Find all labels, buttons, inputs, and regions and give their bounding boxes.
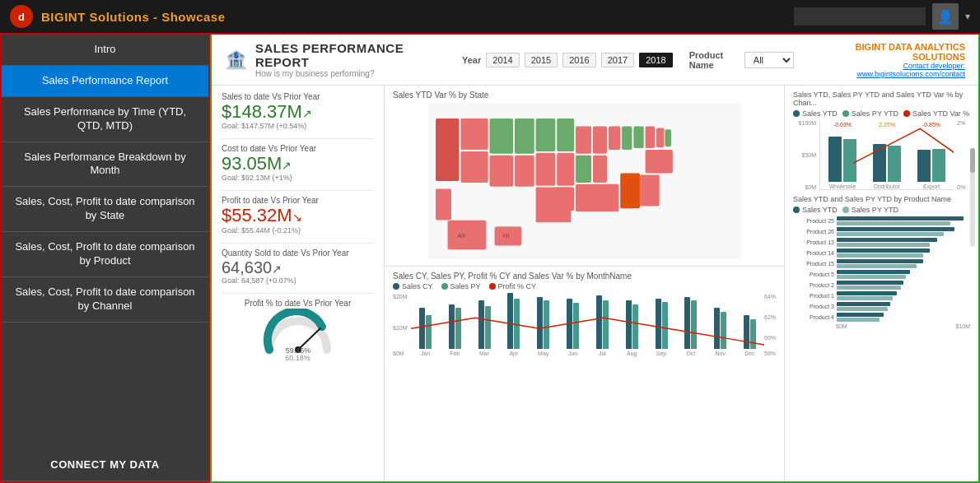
product-name-select[interactable]: All: [744, 52, 794, 68]
sidebar-item-intro[interactable]: Intro: [2, 35, 208, 66]
product-legend-py: Sales PY YTD: [842, 206, 898, 214]
product-bar-area-4: [837, 259, 970, 268]
profit-cy-dot: [489, 283, 496, 290]
product-bar-area-6: [837, 281, 970, 290]
month-group-sep: Sep: [647, 290, 676, 356]
avatar[interactable]: 👤: [932, 3, 959, 30]
month-label-dec: Dec: [744, 351, 754, 356]
svg-rect-22: [620, 174, 640, 209]
py-bar-11: [750, 319, 756, 349]
year-btn-2015[interactable]: 2015: [525, 53, 558, 67]
channel-bars-inner: -0.03%Wholesale2.25%Distributor-0.85%Exp…: [819, 120, 954, 190]
gauge-pct-label: 60.18%: [285, 354, 310, 362]
product-filter: Product Name All: [689, 50, 794, 70]
sidebar-item-time[interactable]: Sales Performance by Time (YTD, QTD, MTD…: [2, 97, 208, 142]
month-label-nov: Nov: [715, 351, 725, 356]
year-btn-2016[interactable]: 2016: [562, 53, 595, 67]
header-search-input[interactable]: [794, 7, 926, 26]
svg-rect-17: [593, 127, 607, 154]
cy-bar-4: [537, 297, 543, 349]
monthly-section-title: Sales CY, Sales PY, Profit % CY and Sale…: [393, 272, 776, 281]
prod-py-bar-1: [837, 232, 944, 236]
prod-py-bar-7: [837, 296, 893, 300]
kpi-sales-value: $148.37M↗: [222, 102, 374, 122]
year-btn-2018[interactable]: 2018: [639, 53, 672, 67]
cy-bar-2: [478, 300, 484, 349]
product-row-1: Product 26: [793, 227, 970, 236]
svg-rect-12: [536, 118, 556, 151]
prod-py-bar-3: [837, 253, 923, 258]
sales-cy-dot: [393, 283, 399, 290]
product-bar-area-5: [837, 270, 970, 279]
prod-ytd-bar-0: [837, 216, 964, 221]
kpi-cost-goal: Goal: $92.13M (+1%): [222, 174, 374, 182]
product-name-3: Product 14: [793, 250, 834, 256]
prod-ytd-bar-6: [837, 281, 903, 285]
monthly-bar-chart: $20M $10M $0M 64% 62% 60% 58% JanFebMarA…: [393, 294, 776, 368]
scrollbar-thumb[interactable]: [970, 148, 975, 173]
kpi-sales-goal: Goal: $147.57M (+0.54%): [222, 122, 374, 130]
svg-rect-10: [490, 156, 514, 187]
ch-ytd-2: [917, 150, 931, 182]
sidebar-item-breakdown[interactable]: Sales Performance Breakdown by Month: [2, 142, 208, 188]
cy-bar-1: [449, 304, 455, 349]
map-section: Sales YTD Var % by State: [385, 86, 784, 267]
chevron-down-icon[interactable]: ▾: [965, 11, 970, 22]
month-group-dec: Dec: [735, 290, 764, 356]
svg-rect-11: [515, 156, 534, 187]
product-name-0: Product 25: [793, 218, 834, 224]
sales-py-dot: [441, 283, 448, 290]
prod-ytd-dot: [793, 207, 800, 213]
ytd-dot: [793, 110, 800, 117]
month-group-may: May: [529, 290, 558, 356]
brand-name: BIGINT DATA ANALYTICS SOLUTIONS: [810, 42, 965, 62]
svg-rect-25: [633, 127, 643, 149]
product-row-6: Product 2: [793, 281, 970, 290]
scrollbar-track[interactable]: [970, 148, 975, 247]
svg-rect-19: [593, 156, 607, 183]
svg-rect-18: [576, 156, 591, 183]
svg-text:59.46%: 59.46%: [285, 346, 310, 354]
month-group-jul: Jul: [588, 290, 617, 356]
header-right: 👤 ▾: [794, 3, 970, 30]
product-legend: Sales YTD Sales PY YTD: [793, 206, 970, 214]
product-name-6: Product 2: [793, 282, 834, 288]
sidebar-item-channel[interactable]: Sales, Cost, Profit to date comparison b…: [2, 277, 208, 323]
kpi-profit: Profit to date Vs Prior Year $55.32M↘ Go…: [222, 196, 374, 234]
channel-group-wholesale: -0.03%Wholesale: [828, 122, 856, 189]
product-row-4: Product 15: [793, 259, 970, 268]
prod-py-bar-8: [837, 307, 888, 311]
ch-py-1: [888, 146, 901, 182]
sidebar-item-sales-perf[interactable]: Sales Performance Report: [2, 66, 208, 97]
product-name-8: Product 3: [793, 304, 834, 309]
py-bar-1: [455, 308, 461, 349]
brand-link[interactable]: Contact developer: www.bigintsolucions.c…: [810, 62, 965, 78]
svg-text:AK: AK: [458, 232, 466, 239]
kpi-qty-label: Quantity Sold to date Vs Prior Year: [222, 248, 374, 258]
kpi-profit-label: Profit to date Vs Prior Year: [222, 196, 374, 205]
channel-bars-area: -0.03%Wholesale2.25%Distributor-0.85%Exp…: [819, 120, 954, 190]
product-name-9: Product 4: [793, 314, 834, 320]
product-bar-area-0: [837, 216, 970, 225]
svg-rect-20: [576, 184, 618, 211]
product-row-9: Product 4: [793, 313, 970, 322]
month-group-jan: Jan: [411, 290, 440, 356]
y-axis-mid: $10M: [393, 325, 408, 331]
py-bar-7: [632, 304, 638, 349]
svg-rect-7: [460, 151, 488, 183]
sidebar-item-product[interactable]: Sales, Cost, Profit to date comparison b…: [2, 232, 208, 277]
year-btn-2017[interactable]: 2017: [601, 53, 634, 67]
py-bar-10: [721, 312, 726, 349]
ch-py-2: [932, 149, 945, 182]
cy-bar-0: [419, 308, 425, 349]
report-icon: 🏦: [225, 49, 247, 71]
py-bar-5: [573, 303, 579, 349]
month-group-mar: Mar: [470, 290, 499, 356]
right-panel: Sales YTD, Sales PY YTD and Sales YTD Va…: [785, 86, 978, 481]
var-pct-dot: [903, 110, 910, 117]
sidebar-item-state[interactable]: Sales, Cost, Profit to date comparison b…: [2, 187, 208, 232]
sidebar-item-connect[interactable]: CONNECT MY DATA: [2, 450, 208, 481]
year-btn-2014[interactable]: 2014: [486, 53, 519, 67]
py-ytd-dot: [842, 110, 849, 117]
kpi-cost-label: Cost to date Vs Prior Year: [222, 144, 374, 153]
